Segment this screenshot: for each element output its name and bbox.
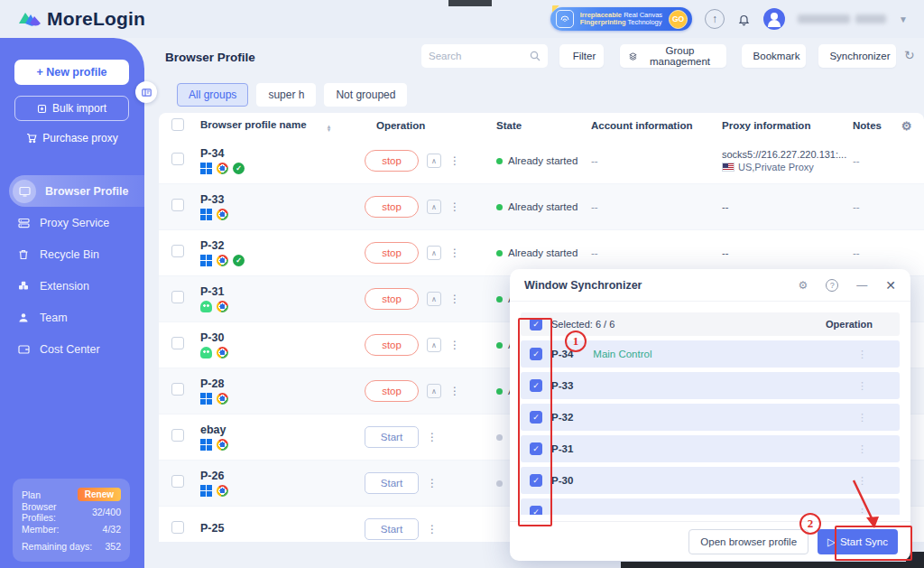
start-button[interactable]: Start (365, 518, 419, 540)
bulk-import-button[interactable]: Bulk import (14, 96, 129, 121)
search-input[interactable] (429, 51, 524, 61)
chrome-icon (217, 209, 228, 220)
start-button[interactable]: Start (365, 472, 419, 494)
row-more-actions-icon[interactable]: ⋮ (449, 154, 460, 167)
us-flag-icon (722, 163, 735, 172)
search-icon[interactable] (530, 51, 541, 61)
account-information: -- (591, 155, 722, 166)
modal-row-more-actions-icon[interactable]: ⋮ (857, 349, 891, 360)
row-checkbox[interactable] (171, 337, 184, 349)
tab-all-groups[interactable]: All groups (177, 83, 248, 107)
modal-minimize-icon[interactable]: — (856, 279, 867, 292)
cart-icon (26, 133, 37, 144)
profile-name[interactable]: P-26 (200, 470, 365, 482)
synchronizer-button[interactable]: Synchronizer (818, 44, 896, 68)
open-browser-profile-button[interactable]: Open browser profile (688, 529, 808, 554)
stop-button[interactable]: stop (365, 334, 419, 356)
sidebar-item-cost-center[interactable]: Cost Center (0, 333, 144, 365)
annotation-arrow (846, 477, 886, 533)
row-checkbox[interactable] (171, 153, 184, 165)
stop-button[interactable]: stop (365, 196, 419, 218)
chevron-down-icon[interactable]: ▼ (899, 14, 908, 24)
profile-name[interactable]: P-28 (200, 377, 365, 390)
windows-icon (200, 209, 212, 220)
modal-row-more-actions-icon[interactable]: ⋮ (857, 380, 891, 392)
select-all-checkbox[interactable] (171, 118, 184, 131)
row-checkbox[interactable] (171, 245, 184, 257)
chrome-icon (217, 347, 228, 358)
modal-settings-gear-icon[interactable]: ⚙ (799, 279, 808, 292)
fingerprint-icon (556, 10, 574, 28)
stop-button[interactable]: stop (365, 242, 419, 264)
start-button[interactable]: Start (365, 426, 419, 448)
layers-icon (629, 51, 637, 61)
header-browser-profile-name[interactable]: Browser profile name▲▼ (200, 119, 365, 132)
modal-close-icon[interactable]: ✕ (885, 278, 896, 293)
new-profile-button[interactable]: + New profile (14, 60, 129, 85)
fingerprint-promo-banner[interactable]: Irreplaceable Real Canvas Fingerprinting… (550, 7, 692, 31)
row-checkbox[interactable] (171, 475, 184, 488)
row-more-actions-icon[interactable]: ⋮ (449, 200, 460, 213)
search-box (421, 44, 548, 68)
group-management-button[interactable]: Group management (620, 44, 726, 68)
row-more-actions-icon[interactable]: ⋮ (449, 385, 460, 397)
sidebar-item-browser-profile[interactable]: Browser Profile (9, 175, 144, 207)
profile-name[interactable]: P-34 (200, 147, 365, 160)
refresh-icon[interactable]: ↻ (904, 48, 915, 62)
row-more-actions-icon[interactable]: ⋮ (449, 293, 460, 305)
user-avatar[interactable] (763, 8, 785, 30)
bring-window-front-icon[interactable]: ∧ (427, 384, 441, 398)
notifications-bell-icon[interactable] (737, 13, 751, 26)
bring-window-front-icon[interactable]: ∧ (427, 292, 441, 306)
profile-name[interactable]: P-25 (200, 522, 365, 535)
sidebar-item-label: Recycle Bin (40, 248, 99, 261)
stop-button[interactable]: stop (365, 380, 419, 402)
bring-window-front-icon[interactable]: ∧ (427, 200, 441, 214)
bring-window-front-icon[interactable]: ∧ (427, 338, 441, 352)
sidebar: + New profile Bulk import Purchase proxy… (0, 38, 144, 568)
renew-button[interactable]: Renew (78, 488, 121, 501)
stop-button[interactable]: stop (365, 150, 419, 172)
modal-help-icon[interactable]: ? (826, 279, 838, 292)
row-checkbox[interactable] (171, 291, 184, 303)
modal-row-more-actions-icon[interactable]: ⋮ (857, 443, 891, 455)
row-checkbox[interactable] (171, 383, 184, 396)
bookmark-button[interactable]: Bookmark (742, 44, 806, 68)
tab-super-h[interactable]: super h (256, 83, 316, 107)
modal-profile-row: ✓ P-32 ⋮ (521, 404, 900, 431)
state-text: Already started (508, 201, 578, 212)
column-settings-gear-icon[interactable]: ⚙ (901, 119, 912, 133)
profile-name[interactable]: ebay (200, 424, 365, 436)
logo[interactable]: MoreLogin (18, 8, 145, 30)
row-more-actions-icon[interactable]: ⋮ (427, 477, 438, 489)
row-checkbox[interactable] (171, 199, 184, 211)
state-dot (496, 480, 503, 487)
sidebar-item-recycle-bin[interactable]: Recycle Bin (0, 238, 144, 270)
modal-row-more-actions-icon[interactable]: ⋮ (857, 412, 891, 424)
row-more-actions-icon[interactable]: ⋮ (449, 339, 460, 351)
state-dot (496, 158, 503, 164)
bring-window-front-icon[interactable]: ∧ (427, 246, 441, 260)
sidebar-collapse-button[interactable] (135, 81, 157, 103)
profile-name[interactable]: P-31 (200, 285, 365, 298)
purchase-proxy-link[interactable]: Purchase proxy (0, 132, 144, 144)
header-state: State (496, 120, 591, 131)
profile-name[interactable]: P-32 (200, 239, 365, 252)
sidebar-item-proxy-service[interactable]: Proxy Service (0, 207, 144, 238)
stop-button[interactable]: stop (365, 288, 419, 310)
sidebar-item-team[interactable]: Team (0, 302, 144, 333)
bring-window-front-icon[interactable]: ∧ (427, 154, 441, 168)
profile-name[interactable]: P-33 (200, 193, 365, 206)
sidebar-item-extension[interactable]: Extension (0, 270, 144, 302)
go-button[interactable]: GO (669, 10, 688, 29)
filter-button[interactable]: Filter (559, 44, 604, 68)
profile-name[interactable]: P-30 (200, 331, 365, 344)
row-more-actions-icon[interactable]: ⋮ (427, 431, 438, 443)
row-checkbox[interactable] (171, 429, 184, 442)
row-more-actions-icon[interactable]: ⋮ (449, 247, 460, 259)
sort-icon[interactable]: ▲▼ (327, 125, 332, 132)
row-checkbox[interactable] (171, 521, 184, 534)
upgrade-icon[interactable]: ↑ (705, 9, 725, 29)
tab-not-grouped[interactable]: Not grouped (324, 83, 407, 107)
row-more-actions-icon[interactable]: ⋮ (427, 523, 438, 535)
